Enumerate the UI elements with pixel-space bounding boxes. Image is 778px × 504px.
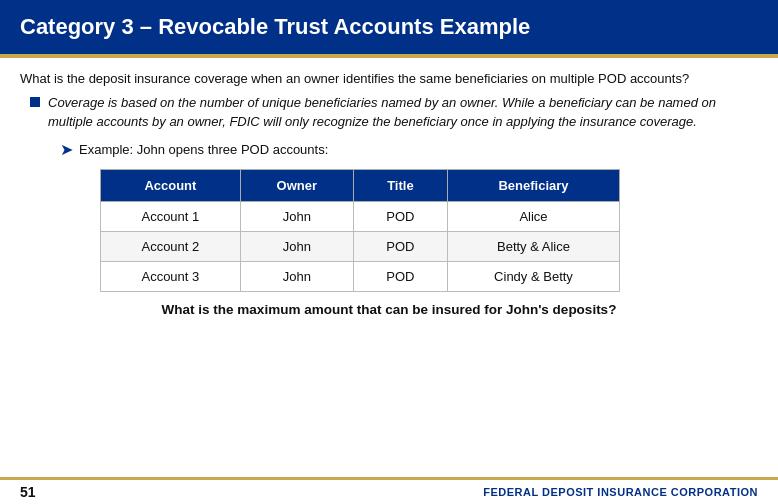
table-row: Account 3JohnPODCindy & Betty	[101, 261, 620, 291]
table-cell-0-3: Alice	[447, 201, 619, 231]
table-cell-2-2: POD	[353, 261, 447, 291]
table-row: Account 2JohnPODBetty & Alice	[101, 231, 620, 261]
col-header-beneficiary: Beneficiary	[447, 169, 619, 201]
accounts-table: Account Owner Title Beneficiary Account …	[100, 169, 620, 292]
col-header-account: Account	[101, 169, 241, 201]
table-header-row: Account Owner Title Beneficiary	[101, 169, 620, 201]
table-cell-1-0: Account 2	[101, 231, 241, 261]
table-cell-1-2: POD	[353, 231, 447, 261]
table-row: Account 1JohnPODAlice	[101, 201, 620, 231]
page-header: Category 3 – Revocable Trust Accounts Ex…	[0, 0, 778, 58]
table-cell-0-0: Account 1	[101, 201, 241, 231]
question-1: What is the deposit insurance coverage w…	[20, 70, 758, 88]
bullet-text: Coverage is based on the number of uniqu…	[48, 94, 758, 132]
main-content: What is the deposit insurance coverage w…	[0, 58, 778, 331]
table-cell-1-1: John	[240, 231, 353, 261]
table-cell-0-2: POD	[353, 201, 447, 231]
example-intro-text: Example: John opens three POD accounts:	[79, 142, 328, 157]
example-intro-line: ➤ Example: John opens three POD accounts…	[20, 140, 758, 159]
col-header-title: Title	[353, 169, 447, 201]
organization-name: FEDERAL DEPOSIT INSURANCE CORPORATION	[483, 486, 758, 498]
page-footer: 51 FEDERAL DEPOSIT INSURANCE CORPORATION	[0, 477, 778, 504]
table-wrapper: Account Owner Title Beneficiary Account …	[20, 169, 758, 292]
table-cell-1-3: Betty & Alice	[447, 231, 619, 261]
table-cell-2-3: Cindy & Betty	[447, 261, 619, 291]
bullet-icon	[30, 97, 40, 107]
col-header-owner: Owner	[240, 169, 353, 201]
arrow-icon: ➤	[60, 140, 73, 159]
table-cell-2-0: Account 3	[101, 261, 241, 291]
question-2: What is the maximum amount that can be i…	[20, 302, 758, 317]
table-cell-0-1: John	[240, 201, 353, 231]
bullet-item: Coverage is based on the number of uniqu…	[20, 94, 758, 132]
page-title: Category 3 – Revocable Trust Accounts Ex…	[20, 14, 758, 40]
table-cell-2-1: John	[240, 261, 353, 291]
page-number: 51	[20, 484, 36, 500]
